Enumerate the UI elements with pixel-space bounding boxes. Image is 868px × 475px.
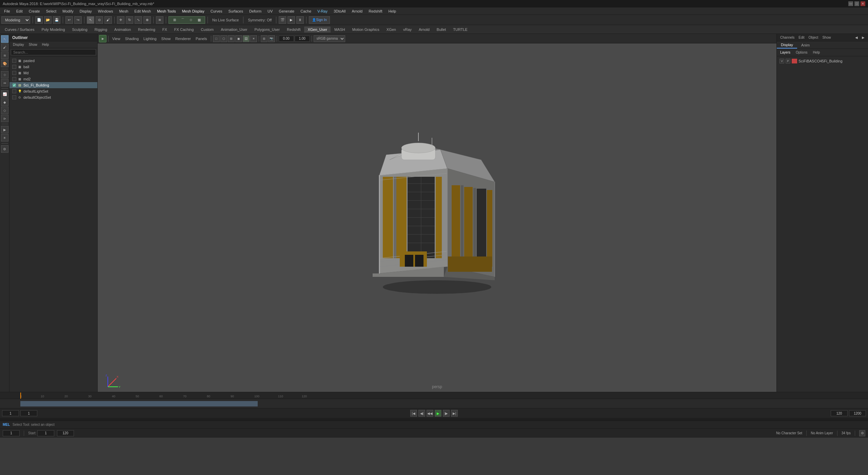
save-scene-btn[interactable]: 💾 (53, 16, 60, 24)
menu-deform[interactable]: Deform (246, 8, 264, 14)
vp-display-wire-btn[interactable]: ⊞ (228, 35, 235, 42)
menu-uv[interactable]: UV (265, 8, 275, 14)
menu-modify[interactable]: Modify (60, 8, 76, 14)
outliner-menu-help[interactable]: Help (40, 42, 51, 47)
snap-face-btn[interactable]: ▦ (195, 16, 203, 24)
tab-redshift[interactable]: Redshift (283, 26, 304, 33)
graph-editor-btn[interactable]: 📈 (1, 90, 8, 98)
search-input[interactable] (11, 49, 96, 55)
rp-stab-options[interactable]: Options (794, 50, 809, 55)
menu-file[interactable]: File (1, 8, 13, 14)
vp-lighting-btn[interactable]: ☀ (250, 35, 257, 42)
maximize-button[interactable]: □ (854, 1, 859, 6)
start-frame-input[interactable] (20, 410, 37, 416)
tab-custom[interactable]: Custom (197, 26, 217, 33)
menu-surfaces[interactable]: Surfaces (226, 8, 246, 14)
vp-cam-x-input[interactable] (279, 36, 294, 42)
menu-mesh-tools[interactable]: Mesh Tools (154, 8, 178, 14)
tab-curves-surfaces[interactable]: Curves / Surfaces (1, 26, 38, 33)
menu-mesh-display[interactable]: Mesh Display (179, 8, 207, 14)
tab-motion-graphics[interactable]: Motion Graphics (349, 26, 383, 33)
vp-menu-renderer[interactable]: Renderer (173, 36, 193, 41)
open-scene-btn[interactable]: 📂 (44, 16, 52, 24)
range-end-input[interactable] (57, 430, 74, 436)
select-mode-btn[interactable]: ↖ (1, 35, 8, 43)
end-frame-input[interactable] (831, 410, 848, 416)
menu-vray[interactable]: V-Ray (315, 8, 330, 14)
pref-btn[interactable]: ⚙ (859, 430, 865, 436)
minimize-button[interactable]: — (848, 1, 853, 6)
tab-animation[interactable]: Animation (111, 26, 134, 33)
render-btn[interactable]: ▶ (1, 126, 8, 133)
undo-btn[interactable]: ↩ (65, 16, 73, 24)
tab-xgen-user[interactable]: XGen_User (304, 26, 330, 33)
menu-mesh[interactable]: Mesh (116, 8, 131, 14)
outliner-item-pasted[interactable]: ▦ pasted (9, 58, 97, 64)
tab-fx[interactable]: FX (159, 26, 171, 33)
menu-display[interactable]: Display (77, 8, 95, 14)
sign-in-btn[interactable]: 👤 Sign In (309, 16, 330, 24)
rp-stab-layers[interactable]: Layers (778, 50, 792, 55)
rp-tab-anim[interactable]: Anim (797, 42, 814, 48)
tab-animation-user[interactable]: Animation_User (217, 26, 251, 33)
vp-texture-btn[interactable]: 🖼 (243, 35, 250, 42)
vp-camera-mode-btn[interactable]: ▶ (99, 35, 106, 42)
outliner-check-md[interactable] (12, 71, 16, 75)
move-tool-btn[interactable]: ✛ (117, 16, 124, 24)
tab-vray[interactable]: vRay (400, 26, 415, 33)
mode-dropdown[interactable]: Modeling Rigging Animation FX Rendering (1, 16, 30, 24)
tab-fx-caching[interactable]: FX Caching (171, 26, 197, 33)
select-tool-btn[interactable]: ↖ (87, 16, 94, 24)
go-end-btn[interactable]: ▶| (451, 410, 458, 417)
layer-visibility-btn[interactable]: V (780, 59, 784, 63)
menu-edit[interactable]: Edit (14, 8, 25, 14)
menu-arnold[interactable]: Arnold (349, 8, 365, 14)
go-start-btn[interactable]: |◀ (410, 410, 417, 417)
outliner-item-md[interactable]: ▦ Md (9, 70, 97, 76)
vp-grid-btn[interactable]: ⊞ (261, 35, 268, 42)
menu-help[interactable]: Help (386, 8, 399, 14)
bottom-frame-input[interactable] (3, 430, 20, 436)
universal-tool-btn[interactable]: ⊕ (143, 16, 151, 24)
snap-point-btn[interactable]: ⊹ (187, 16, 195, 24)
vp-cam-btn[interactable]: 📷 (268, 35, 275, 42)
set-key-btn[interactable]: ◆ (1, 98, 8, 106)
outliner-item-defaultlightset[interactable]: 💡 defaultLightSet (9, 88, 97, 94)
render-preview-btn[interactable]: ▶ (288, 16, 295, 24)
outliner-check-lightset[interactable] (12, 89, 16, 93)
vp-display-shaded-btn[interactable]: ◼ (235, 35, 242, 42)
menu-redshift[interactable]: Redshift (366, 8, 385, 14)
artisan-btn[interactable]: 🎨 (1, 60, 8, 67)
vp-menu-lighting[interactable]: Lighting (141, 36, 159, 41)
outliner-item-scifi[interactable]: ✓ ▤ Sci_Fi_Building (9, 82, 97, 88)
color-space-dropdown[interactable]: sRGB gamma linear (314, 35, 345, 42)
layer-playback-btn[interactable]: P (786, 59, 790, 63)
menu-windows[interactable]: Windows (95, 8, 116, 14)
time-track[interactable] (0, 399, 868, 408)
tab-mash[interactable]: MASH (331, 26, 349, 33)
snap-curve-btn[interactable]: ⌒ (179, 16, 186, 24)
settings-btn[interactable]: ⚙ (1, 145, 8, 153)
menu-3dtall[interactable]: 3DtoAll (331, 8, 348, 14)
tab-xgen[interactable]: XGen (383, 26, 399, 33)
play-fwd-btn[interactable]: ▶ (435, 410, 441, 417)
soft-select-btn[interactable]: ≋ (156, 16, 163, 24)
outliner-check-md2[interactable] (12, 77, 16, 81)
outliner-check-scifi[interactable]: ✓ (12, 83, 16, 87)
vp-menu-shading[interactable]: Shading (123, 36, 141, 41)
rph-collapse[interactable]: ◀ (854, 35, 859, 40)
current-frame-input[interactable] (2, 410, 19, 416)
lasso-tool-btn[interactable]: ⊙ (96, 16, 103, 24)
layer-item-scifi[interactable]: V P SciFiBASCO45Fi_Building (778, 58, 867, 64)
viewport-canvas[interactable]: X Y Z persp (98, 43, 776, 392)
outliner-menu-display[interactable]: Display (11, 42, 26, 47)
step-fwd-btn[interactable]: |▶ (443, 410, 450, 417)
rph-edit[interactable]: Edit (797, 35, 806, 40)
menu-curves[interactable]: Curves (208, 8, 225, 14)
outliner-check-pasted[interactable] (12, 59, 16, 63)
tab-polygons-user[interactable]: Polygons_User (251, 26, 283, 33)
play-back-btn[interactable]: ◀◀ (427, 410, 433, 417)
rph-object[interactable]: Object (807, 35, 820, 40)
vp-display-box-btn[interactable]: □ (213, 35, 220, 42)
snap-grid-btn[interactable]: ⊞ (171, 16, 178, 24)
